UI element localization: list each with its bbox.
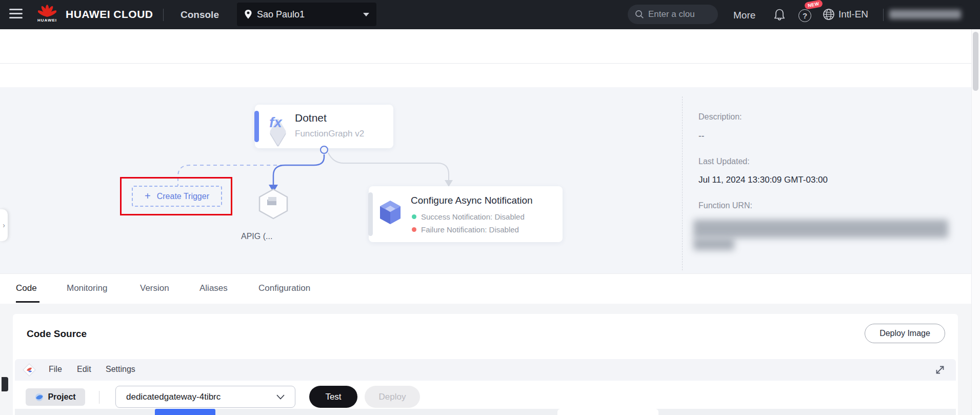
tab-configuration[interactable]: Configuration [258,283,310,293]
huawei-logo[interactable]: HUAWEI [35,4,59,26]
search-icon [635,10,644,19]
language-label: Intl-EN [838,9,868,20]
async-card-title: Configure Async Notification [411,195,533,206]
plus-icon: + [145,190,151,202]
failure-notification-status: Failure Notification: Disabled [412,225,519,234]
more-menu[interactable]: More [733,10,755,21]
create-trigger-button[interactable]: + Create Trigger [132,186,222,207]
huawei-flower-icon [38,4,56,19]
failure-status-dot [412,227,416,232]
region-name: Sao Paulo1 [257,9,305,20]
active-tab-underline [16,301,39,303]
ide-logo-icon [23,363,36,377]
tab-version[interactable]: Version [140,283,169,293]
function-info-row: Function Info [0,64,980,87]
search-input[interactable] [648,9,710,19]
info-panel-divider [682,96,683,270]
function-node-subtitle: FunctionGraph v2 [295,129,364,139]
editor-menu-settings[interactable]: Settings [106,365,135,374]
collapsed-panel-handle[interactable] [2,377,8,391]
chevron-down-icon [363,13,369,16]
function-node-name: Dotnet [295,112,327,124]
project-icon [35,393,44,402]
global-search[interactable] [628,5,718,24]
topbar-divider [163,9,164,21]
function-urn-redacted [693,220,948,238]
brand-title: HUAWEI CLOUD [66,8,153,21]
side-panel-toggle[interactable]: › [0,209,8,241]
tab-monitoring[interactable]: Monitoring [67,283,107,293]
apig-node-icon [267,197,276,205]
description-value: -- [698,131,704,141]
region-selector[interactable]: Sao Paulo1 [237,3,376,26]
fullscreen-expand-icon[interactable] [934,364,946,376]
top-nav-bar: HUAWEI HUAWEI CLOUD Console Sao Paulo1 M… [0,0,980,29]
new-badge: NEW [804,0,823,10]
gateway-file-selector-value: dedicatedgateway-4tibrc [126,392,221,402]
function-flow-diagram: › fx Dotnet FunctionGraph v2 + Create Tr… [0,87,971,273]
connector-dot [320,146,328,154]
chevron-down-icon [276,394,285,400]
gateway-file-selector[interactable]: dedicatedgateway-4tibrc [115,386,295,408]
tab-code[interactable]: Code [16,283,37,293]
test-button[interactable]: Test [309,386,357,408]
last-updated-label: Last Updated: [698,157,750,166]
description-label: Description: [698,112,742,122]
function-tabs: Code Monitoring Version Aliases Configur… [0,273,971,304]
function-urn-redacted-2 [693,238,734,250]
async-notification-card[interactable]: Configure Async Notification Success Not… [369,186,563,242]
help-icon[interactable]: ? [798,9,811,22]
deploy-image-button[interactable]: Deploy Image [865,324,945,343]
function-urn-label: Function URN: [698,201,752,210]
console-link[interactable]: Console [181,9,219,21]
topbar-divider [883,9,884,21]
hamburger-menu-icon[interactable] [9,9,23,20]
tab-aliases[interactable]: Aliases [199,283,228,293]
function-node-card[interactable]: fx Dotnet FunctionGraph v2 [255,105,393,148]
card-accent-bar [368,192,373,236]
async-cube-icon [377,199,404,226]
editor-active-file-chip[interactable] [155,409,215,415]
apig-node-label: APIG (... [241,232,272,241]
language-selector[interactable]: Intl-EN [823,8,868,21]
page: HUAWEI HUAWEI CLOUD Console Sao Paulo1 M… [0,0,980,415]
notifications-bell-icon[interactable] [773,8,786,22]
toolbar-divider [99,391,99,404]
deploy-button-disabled[interactable]: Deploy [365,386,420,408]
success-status-dot [412,214,416,219]
editor-menu-edit[interactable]: Edit [77,365,91,374]
success-notification-status: Success Notification: Disabled [412,212,525,221]
editor-pane-top [557,409,658,415]
function-header: Dotnet Version: latest Copy URN Disable … [0,29,980,64]
huawei-logo-word: HUAWEI [37,18,57,23]
editor-menu-bar [15,359,956,381]
project-button[interactable]: Project [26,388,85,406]
account-name-redacted[interactable] [889,10,961,19]
editor-menu-file[interactable]: File [49,365,62,374]
code-source-title: Code Source [27,328,87,340]
globe-icon [823,8,835,21]
page-scrollbar-thumb[interactable] [973,32,978,91]
last-updated-value: Jul 11, 2024 13:30:09 GMT-03:00 [698,175,828,185]
card-accent-bar [254,111,259,142]
functiongraph-fx-icon: fx [263,111,293,141]
location-pin-icon [244,9,252,19]
